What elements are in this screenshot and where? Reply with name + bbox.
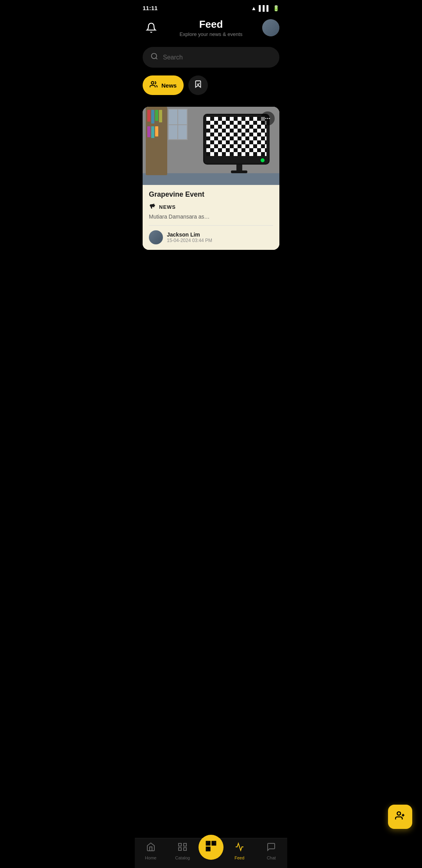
news-tab-icon [150,81,157,90]
card-author: Jackson Lim 15-04-2024 03:44 PM [149,230,273,244]
page-title: Feed [179,18,242,30]
header-center: Feed Explore your news & events [179,18,242,37]
nav-feed-label: Feed [234,855,244,860]
status-bar: 11:11 ▲ ▌▌▌ 🔋 [135,0,287,14]
nav-item-qr[interactable] [198,835,224,860]
nav-chat-label: Chat [267,855,276,860]
search-container: Search [135,43,287,74]
nav-catalog-label: Catalog [175,855,190,860]
svg-point-5 [269,118,270,119]
author-info: Jackson Lim 15-04-2024 03:44 PM [167,231,212,243]
author-date: 15-04-2024 03:44 PM [167,238,212,243]
search-bar[interactable]: Search [143,47,279,68]
card-category: NEWS [149,203,273,211]
notification-bell-button[interactable] [143,19,160,36]
svg-point-3 [265,118,266,119]
svg-point-2 [151,81,154,84]
header: Feed Explore your news & events [135,14,287,43]
svg-rect-9 [179,843,181,846]
svg-rect-16 [207,842,209,844]
svg-rect-18 [207,848,209,850]
svg-line-1 [156,58,157,59]
signal-icon: ▌▌▌ [259,5,270,11]
status-time: 11:11 [143,5,157,11]
page-subtitle: Explore your news & events [179,31,242,37]
megaphone-icon [149,203,156,211]
chat-icon [266,842,276,854]
nav-item-feed[interactable]: Feed [224,842,256,860]
search-icon [150,52,158,62]
wifi-icon: ▲ [251,5,256,11]
avatar-image [262,19,279,36]
card-menu-button[interactable] [261,111,275,126]
status-icons: ▲ ▌▌▌ 🔋 [251,5,279,11]
card-title: Grapevine Event [149,190,273,199]
bookmark-icon [194,80,202,91]
author-avatar [149,230,163,244]
svg-rect-10 [184,843,186,846]
svg-point-0 [152,54,157,59]
nav-home-label: Home [145,855,156,860]
card-description: Mutiara Damansara as… [149,213,273,220]
svg-rect-11 [179,848,181,850]
news-tab-label: News [161,82,177,89]
category-label: NEWS [159,204,176,210]
nav-item-chat[interactable]: Chat [256,842,288,860]
search-placeholder: Search [163,54,272,61]
feed-icon [235,842,244,854]
home-icon [146,842,156,854]
battery-icon: 🔋 [273,5,279,11]
news-filter-tab[interactable]: News [143,75,184,95]
nav-item-home[interactable]: Home [135,842,167,860]
catalog-icon [178,842,187,854]
card-divider [149,225,273,226]
card-content: Grapevine Event NEWS Mutiara Damansara a… [143,185,279,250]
bell-icon [146,22,157,33]
user-avatar-button[interactable] [262,19,279,36]
svg-point-4 [267,118,268,119]
news-card[interactable]: Grapevine Event NEWS Mutiara Damansara a… [143,107,279,250]
card-image [143,107,279,185]
author-name: Jackson Lim [167,231,212,238]
qr-icon [205,840,217,855]
bottom-nav: Home Catalog [135,838,287,868]
nav-item-catalog[interactable]: Catalog [167,842,199,860]
svg-rect-12 [184,848,186,850]
svg-rect-17 [213,842,215,844]
filter-tabs: News [135,74,287,103]
bookmark-filter-tab[interactable] [188,75,208,95]
